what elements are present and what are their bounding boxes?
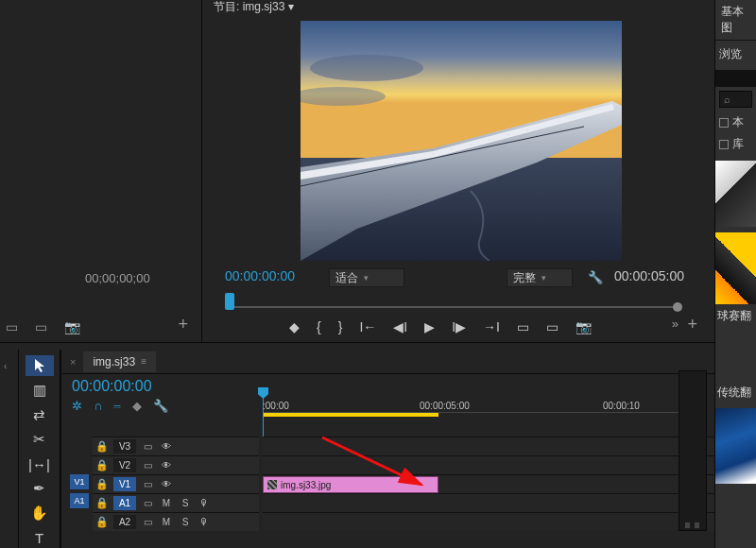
mute-toggle[interactable]: M <box>159 497 174 510</box>
track-select-tool[interactable]: ▥ <box>26 380 54 401</box>
quality-dropdown[interactable]: 完整 <box>507 268 573 287</box>
right-panel: 基本图 浏览 ⌕ 本 库 球赛翻 传统翻 <box>714 0 756 548</box>
timeline-panel: × img.sj33 ≡ 00:00:00:00 ✲ ∩ ⎓ ◆ 🔧 🔒 V3 … <box>62 350 714 548</box>
export-frame-icon[interactable]: 📷 <box>576 319 592 334</box>
settings-wrench-icon[interactable]: 🔧 <box>588 270 603 284</box>
track-v3-lane[interactable] <box>263 437 714 455</box>
track-v1-lane[interactable]: img.sj33.jpg <box>263 474 714 493</box>
timeline-tab[interactable]: img.sj33 ≡ <box>83 351 156 372</box>
lock-icon[interactable]: 🔒 <box>94 459 110 471</box>
track-visibility-icon[interactable]: 👁 <box>159 478 174 491</box>
ruler-tick-0: :00:00 <box>263 401 289 411</box>
source-patch-a1[interactable]: A1 <box>70 493 89 508</box>
track-toggle-output-icon[interactable]: ▭ <box>140 478 155 491</box>
source-add-button[interactable]: + <box>178 315 188 334</box>
template-thumb-3[interactable] <box>715 408 756 484</box>
track-a1-label[interactable]: A1 <box>113 496 136 510</box>
program-scrub-end[interactable] <box>673 302 682 312</box>
program-add-button[interactable]: + <box>687 315 697 334</box>
right-tab-essential-graphics[interactable]: 基本图 <box>715 0 756 41</box>
template-thumb-2[interactable] <box>715 232 756 304</box>
voiceover-icon[interactable]: 🎙 <box>197 497 212 510</box>
timeline-timecode[interactable]: 00:00:00:00 <box>72 378 152 395</box>
lock-icon[interactable]: 🔒 <box>94 516 110 528</box>
track-v2-lane[interactable] <box>263 455 714 474</box>
chevron-left-icon[interactable]: ‹ <box>4 361 7 371</box>
track-a2-lane[interactable] <box>263 512 714 531</box>
mark-out-icon[interactable]: } <box>338 319 343 334</box>
program-preview[interactable] <box>301 21 622 261</box>
settings-icon[interactable]: 🔧 <box>153 399 168 413</box>
track-v3-label[interactable]: V3 <box>113 439 136 454</box>
selection-tool[interactable] <box>26 355 54 376</box>
track-visibility-icon[interactable]: 👁 <box>159 459 174 472</box>
right-check-local[interactable]: 本 <box>715 111 756 133</box>
voiceover-icon[interactable]: 🎙 <box>197 516 212 529</box>
zoom-dropdown[interactable]: 适合 <box>329 268 404 287</box>
program-playhead[interactable] <box>225 293 234 310</box>
timeline-ruler[interactable]: :00:00 00:00:05:00 00:00:10 <box>263 387 714 416</box>
track-a2-header[interactable]: 🔒 A2 ▭ M S 🎙 <box>93 512 259 531</box>
go-to-in-icon[interactable]: I← <box>359 319 376 334</box>
extract-icon[interactable]: ▭ <box>546 319 558 334</box>
play-icon[interactable]: ▶ <box>424 319 435 334</box>
mark-in-icon[interactable]: { <box>317 319 321 334</box>
track-visibility-icon[interactable]: 👁 <box>159 440 174 454</box>
svg-marker-15 <box>35 359 44 372</box>
source-patch-v1[interactable]: V1 <box>70 474 89 489</box>
right-check-library[interactable]: 库 <box>715 133 756 155</box>
program-tab[interactable]: 节目: img.sj33 ▾ <box>214 0 294 15</box>
solo-toggle[interactable]: S <box>178 497 193 510</box>
timeline-tab-menu-icon[interactable]: ≡ <box>141 356 146 367</box>
lock-icon[interactable]: 🔒 <box>94 478 110 490</box>
snapshot-icon[interactable]: 📷 <box>64 319 80 334</box>
linked-selection-icon[interactable]: ⎓ <box>113 399 121 413</box>
svg-point-14 <box>526 129 528 131</box>
track-toggle-output-icon[interactable]: ▭ <box>140 459 155 472</box>
track-a2-label[interactable]: A2 <box>113 515 136 529</box>
insert-icon[interactable]: ▭ <box>6 319 18 334</box>
clip-item[interactable]: img.sj33.jpg <box>263 476 438 493</box>
snap-icon[interactable]: ✲ <box>72 399 82 413</box>
work-area-bar[interactable] <box>263 413 438 417</box>
mark-clip-icon[interactable]: ◆ <box>289 319 300 334</box>
program-scrubber[interactable] <box>225 293 679 312</box>
slip-tool[interactable]: |↔| <box>26 454 54 474</box>
magnet-icon[interactable]: ∩ <box>94 399 102 413</box>
step-back-icon[interactable]: ◀I <box>393 319 407 334</box>
step-forward-icon[interactable]: I▶ <box>452 319 466 334</box>
track-v1-label[interactable]: V1 <box>113 477 136 491</box>
right-search-input[interactable]: ⌕ <box>719 91 752 108</box>
type-tool[interactable]: T <box>26 527 54 548</box>
right-search-field-bg[interactable] <box>715 70 756 87</box>
track-a1-header[interactable]: 🔒 A1 ▭ M S 🎙 <box>93 493 259 512</box>
track-toggle-output-icon[interactable]: ▭ <box>140 516 155 529</box>
timeline-tab-close-prev[interactable]: × <box>62 356 83 368</box>
track-v2-label[interactable]: V2 <box>113 458 136 472</box>
track-v2-header[interactable]: 🔒 V2 ▭ 👁 <box>93 455 259 474</box>
svg-point-8 <box>413 157 415 159</box>
template-thumb-1[interactable] <box>715 161 756 227</box>
go-to-out-icon[interactable]: →I <box>483 319 500 334</box>
audio-meter <box>679 370 707 531</box>
mute-toggle[interactable]: M <box>159 516 174 529</box>
track-v3-header[interactable]: 🔒 V3 ▭ 👁 <box>93 437 259 455</box>
solo-toggle[interactable]: S <box>178 516 193 529</box>
track-v1-header[interactable]: 🔒 V1 ▭ 👁 <box>93 474 259 493</box>
program-more-icon[interactable]: » <box>672 317 679 331</box>
program-timecode-in[interactable]: 00:00:00:00 <box>225 268 295 283</box>
ripple-edit-tool[interactable]: ⇄ <box>26 404 54 425</box>
razor-tool[interactable]: ✂ <box>26 429 54 450</box>
track-a1-lane[interactable] <box>263 493 714 512</box>
pen-tool[interactable]: ✒ <box>26 478 54 499</box>
hand-tool[interactable]: ✋ <box>26 503 54 523</box>
marker-icon[interactable]: ◆ <box>132 399 142 413</box>
right-browse-tab[interactable]: 浏览 <box>715 41 756 68</box>
track-toggle-output-icon[interactable]: ▭ <box>140 497 155 510</box>
overwrite-icon[interactable]: ▭ <box>35 319 47 334</box>
lock-icon[interactable]: 🔒 <box>94 440 110 453</box>
track-toggle-output-icon[interactable]: ▭ <box>140 440 155 454</box>
lift-icon[interactable]: ▭ <box>517 319 529 334</box>
timeline-tracks[interactable]: img.sj33.jpg <box>263 437 714 531</box>
lock-icon[interactable]: 🔒 <box>94 497 110 509</box>
